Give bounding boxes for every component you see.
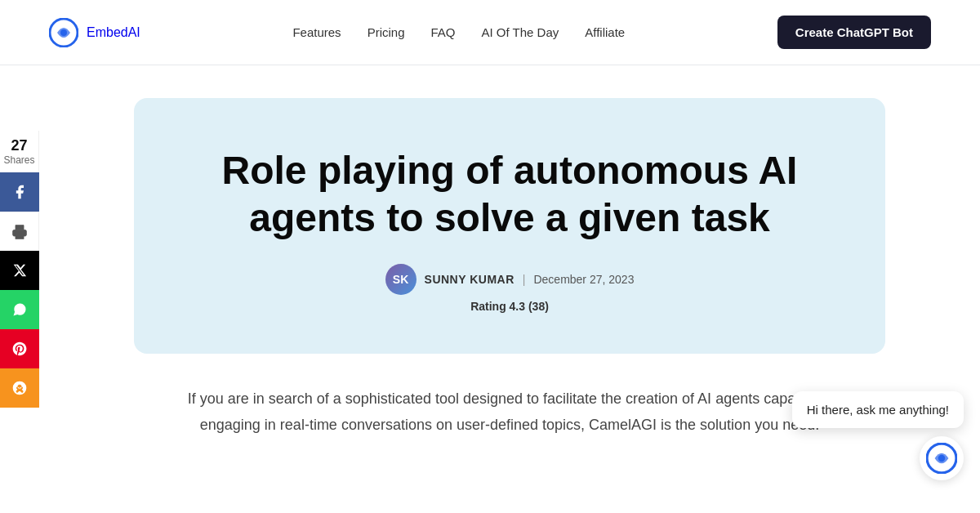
print-share-button[interactable] xyxy=(0,212,39,251)
hero-card: Role playing of autonomous AI agents to … xyxy=(134,98,885,354)
nav-logo[interactable]: EmbedAI xyxy=(49,18,140,47)
logo-icon xyxy=(49,18,78,47)
ok-icon xyxy=(11,380,28,396)
facebook-share-button[interactable] xyxy=(0,172,39,212)
chat-avatar-button[interactable] xyxy=(920,436,964,438)
chat-bubble: Hi there, ask me anything! xyxy=(792,391,964,428)
pinterest-icon xyxy=(11,341,28,357)
author-name: SUNNY KUMAR xyxy=(425,273,514,286)
article-rating: Rating 4.3 (38) xyxy=(167,300,853,313)
print-icon xyxy=(11,224,28,240)
share-count-label: Shares xyxy=(0,154,38,166)
nav-features[interactable]: Features xyxy=(292,25,341,39)
author-row: SK SUNNY KUMAR | December 27, 2023 xyxy=(167,264,853,295)
odnoklassniki-share-button[interactable] xyxy=(0,368,39,408)
brand-name: EmbedAI xyxy=(87,25,140,40)
nav-links: Features Pricing FAQ AI Of The Day Affil… xyxy=(292,25,625,39)
article-title: Role playing of autonomous AI agents to … xyxy=(167,147,853,241)
nav-faq[interactable]: FAQ xyxy=(430,25,455,39)
nav-affiliate[interactable]: Affiliate xyxy=(585,25,625,39)
avatar-initials: SK xyxy=(385,264,416,295)
whatsapp-share-button[interactable] xyxy=(0,290,39,329)
create-chatgpt-bot-button[interactable]: Create ChatGPT Bot xyxy=(777,16,931,49)
svg-rect-2 xyxy=(16,233,24,239)
twitter-share-button[interactable] xyxy=(0,251,39,290)
facebook-icon xyxy=(11,184,28,200)
share-count-container: 27 Shares xyxy=(0,131,39,172)
author-avatar: SK xyxy=(385,264,416,295)
publish-date: December 27, 2023 xyxy=(533,273,634,286)
author-divider: | xyxy=(523,273,526,286)
x-twitter-icon xyxy=(12,263,27,278)
svg-point-1 xyxy=(60,29,67,36)
nav-pricing[interactable]: Pricing xyxy=(368,25,405,39)
share-sidebar: 27 Shares xyxy=(0,131,39,408)
pinterest-share-button[interactable] xyxy=(0,329,39,368)
navbar: EmbedAI Features Pricing FAQ AI Of The D… xyxy=(0,0,980,65)
article-body: If you are in search of a sophisticated … xyxy=(134,354,885,438)
whatsapp-icon xyxy=(11,301,28,318)
article-intro-text: If you are in search of a sophisticated … xyxy=(167,386,853,438)
chat-widget: Hi there, ask me anything! xyxy=(792,391,964,438)
nav-ai-of-the-day[interactable]: AI Of The Day xyxy=(482,25,559,39)
main-content: Role playing of autonomous AI agents to … xyxy=(39,65,980,438)
share-count-number: 27 xyxy=(0,137,38,154)
